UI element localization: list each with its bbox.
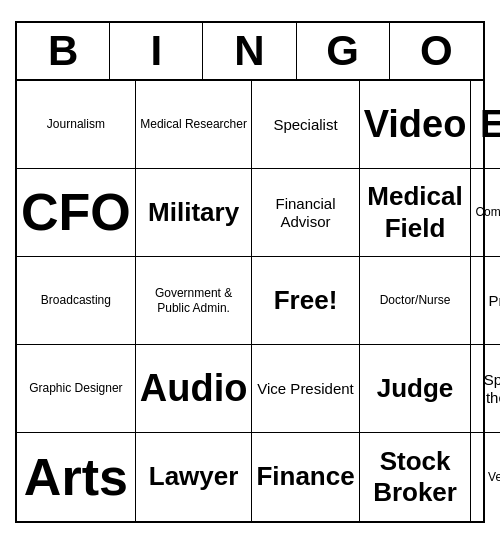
bingo-card: BINGO JournalismMedical ResearcherSpecia… <box>15 21 485 523</box>
bingo-grid: JournalismMedical ResearcherSpecialistVi… <box>17 81 483 521</box>
header-letter-G: G <box>297 23 390 79</box>
bingo-cell-12: Free! <box>252 257 359 345</box>
bingo-cell-10: Broadcasting <box>17 257 136 345</box>
bingo-cell-5: CFO <box>17 169 136 257</box>
bingo-cell-3: Video <box>360 81 472 169</box>
bingo-cell-16: Audio <box>136 345 253 433</box>
bingo-cell-13: Doctor/Nurse <box>360 257 472 345</box>
header-letter-I: I <box>110 23 203 79</box>
bingo-cell-20: Arts <box>17 433 136 521</box>
bingo-cell-1: Medical Researcher <box>136 81 253 169</box>
bingo-cell-18: Judge <box>360 345 472 433</box>
bingo-cell-17: Vice President <box>252 345 359 433</box>
bingo-cell-23: Stock Broker <box>360 433 472 521</box>
bingo-cell-15: Graphic Designer <box>17 345 136 433</box>
bingo-cell-2: Specialist <box>252 81 359 169</box>
bingo-cell-0: Journalism <box>17 81 136 169</box>
header-letter-N: N <box>203 23 296 79</box>
bingo-cell-4: EMT <box>471 81 500 169</box>
bingo-cell-21: Lawyer <box>136 433 253 521</box>
bingo-cell-6: Military <box>136 169 253 257</box>
bingo-cell-22: Finance <box>252 433 359 521</box>
bingo-cell-7: Financial Advisor <box>252 169 359 257</box>
bingo-cell-9: Communications <box>471 169 500 257</box>
bingo-cell-8: Medical Field <box>360 169 472 257</box>
bingo-cell-11: Government & Public Admin. <box>136 257 253 345</box>
header-letter-O: O <box>390 23 483 79</box>
bingo-header: BINGO <box>17 23 483 81</box>
bingo-cell-14: President <box>471 257 500 345</box>
bingo-cell-24: Veterinarian <box>471 433 500 521</box>
header-letter-B: B <box>17 23 110 79</box>
bingo-cell-19: Speaker of the House <box>471 345 500 433</box>
